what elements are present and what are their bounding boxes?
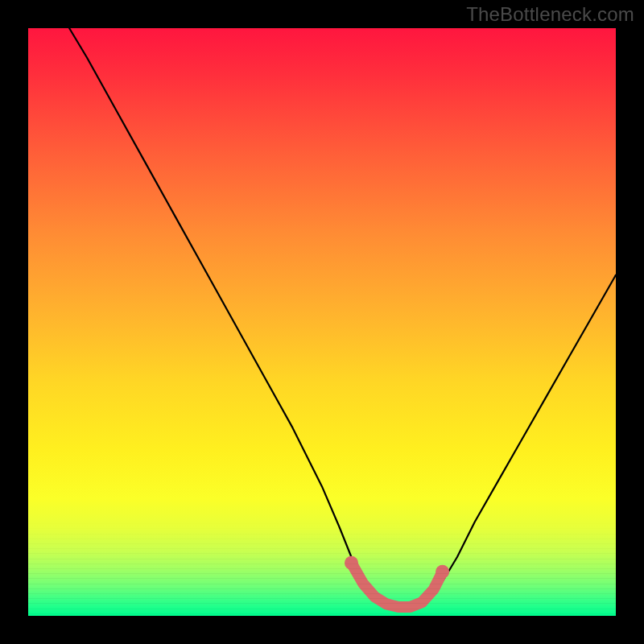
highlight-end-dot xyxy=(436,565,449,579)
plot-area xyxy=(28,28,616,616)
bottleneck-curve xyxy=(69,28,616,607)
chart-frame: TheBottleneck.com xyxy=(0,0,644,644)
optimal-region-highlight xyxy=(352,563,443,607)
watermark-text: TheBottleneck.com xyxy=(466,3,634,26)
highlight-end-dot xyxy=(345,556,358,570)
curve-svg xyxy=(28,28,616,616)
